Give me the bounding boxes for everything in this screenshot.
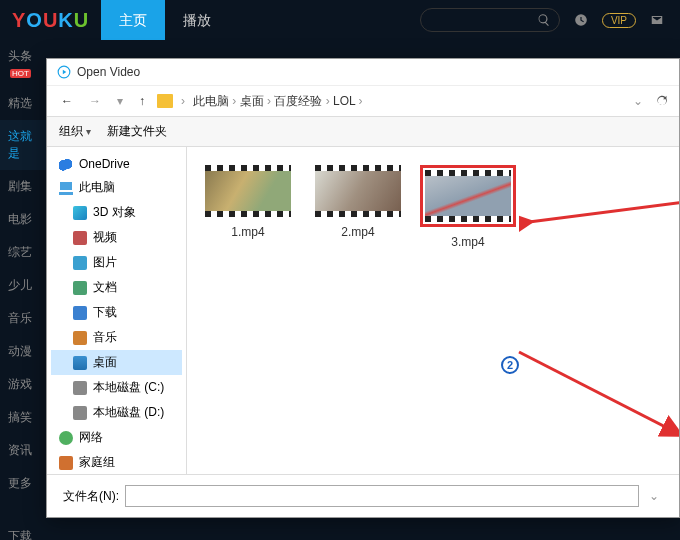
youku-nav-item[interactable]: 资讯 (0, 434, 46, 467)
video-thumbnail (315, 165, 401, 217)
file-name: 3.mp4 (451, 235, 484, 249)
tree-item-label: 此电脑 (79, 179, 115, 196)
vip-badge[interactable]: VIP (602, 13, 636, 28)
file-name: 1.mp4 (231, 225, 264, 239)
youku-nav-item[interactable]: 电影 (0, 203, 46, 236)
tree-item[interactable]: 本地磁盘 (C:) (51, 375, 182, 400)
filename-input[interactable] (125, 485, 639, 507)
tree-item[interactable]: 家庭组 (51, 450, 182, 474)
dialog-title-bar: Open Video (47, 59, 679, 86)
tree-item[interactable]: 视频 (51, 225, 182, 250)
file-pane[interactable]: 1.mp42.mp43.mp4 2 (187, 147, 679, 474)
tree-item[interactable]: 图片 (51, 250, 182, 275)
tree-item[interactable]: 下载 (51, 300, 182, 325)
new-folder-button[interactable]: 新建文件夹 (107, 123, 167, 140)
tree-item[interactable]: 文档 (51, 275, 182, 300)
tree-item-label: 音乐 (93, 329, 117, 346)
file-item[interactable]: 2.mp4 (313, 165, 403, 249)
refresh-icon[interactable] (655, 94, 669, 108)
svg-line-2 (519, 352, 679, 434)
dialog-title: Open Video (77, 65, 140, 79)
youku-nav-item[interactable]: 搞笑 (0, 401, 46, 434)
tree-item-label: 网络 (79, 429, 103, 446)
address-dropdown[interactable]: ⌄ (629, 92, 647, 110)
breadcrumb-segment[interactable]: 桌面 (240, 94, 264, 108)
breadcrumb-segment[interactable]: 此电脑 (193, 94, 229, 108)
annotation-arrow (499, 344, 679, 444)
tree-item-label: 桌面 (93, 354, 117, 371)
tree-item[interactable]: 3D 对象 (51, 200, 182, 225)
youku-nav-item[interactable]: 精选 (0, 87, 46, 120)
history-icon[interactable] (574, 13, 588, 27)
nav-recent[interactable]: ▾ (113, 92, 127, 110)
address-bar: ← → ▾ ↑ › 此电脑 › 桌面 › 百度经验 › LOL › ⌄ (47, 86, 679, 116)
tree-item-label: 下载 (93, 304, 117, 321)
nav-forward: → (85, 92, 105, 110)
tree-item[interactable]: 此电脑 (51, 175, 182, 200)
youku-nav-item[interactable]: 音乐 (0, 302, 46, 335)
video-thumbnail (425, 170, 511, 222)
tree-item-label: 家庭组 (79, 454, 115, 471)
tree-item[interactable]: 网络 (51, 425, 182, 450)
search-input[interactable] (420, 8, 560, 32)
file-name: 2.mp4 (341, 225, 374, 239)
tab-play[interactable]: 播放 (165, 0, 229, 40)
disk-icon (73, 381, 87, 395)
tree-item-label: 文档 (93, 279, 117, 296)
youku-nav-item[interactable]: 少儿 (0, 269, 46, 302)
youku-nav-item[interactable]: 动漫 (0, 335, 46, 368)
tree-item-label: 本地磁盘 (D:) (93, 404, 164, 421)
tree-item[interactable]: OneDrive (51, 153, 182, 175)
youku-nav-item[interactable]: 下载 (0, 520, 46, 540)
chevron-right-icon: › (229, 94, 240, 108)
pic-icon (73, 256, 87, 270)
cloud-icon (59, 157, 73, 171)
filename-dropdown[interactable]: ⌄ (645, 487, 663, 505)
search-icon (537, 13, 551, 27)
tree-item-label: 图片 (93, 254, 117, 271)
play-circle-icon (57, 65, 71, 79)
chevron-right-icon: › (355, 94, 362, 108)
chevron-right-icon: › (322, 94, 333, 108)
open-video-dialog: Open Video ← → ▾ ↑ › 此电脑 › 桌面 › 百度经验 › L… (46, 58, 680, 518)
music-icon (73, 331, 87, 345)
hot-badge: HOT (10, 69, 31, 78)
youku-logo: YOUKU (0, 9, 101, 32)
tree-item-label: 本地磁盘 (C:) (93, 379, 164, 396)
tree-item[interactable]: 桌面 (51, 350, 182, 375)
dialog-footer: 文件名(N): ⌄ (47, 474, 679, 517)
file-item[interactable]: 1.mp4 (203, 165, 293, 249)
tree-item[interactable]: 本地磁盘 (D:) (51, 400, 182, 425)
tree-item[interactable]: 音乐 (51, 325, 182, 350)
youku-nav-item[interactable]: 综艺 (0, 236, 46, 269)
tree-item-label: 3D 对象 (93, 204, 136, 221)
breadcrumb-segment[interactable]: LOL (333, 94, 355, 108)
file-item[interactable]: 3.mp4 (423, 165, 513, 249)
doc-icon (73, 281, 87, 295)
youku-nav-item[interactable]: 更多 (0, 467, 46, 500)
breadcrumb-segment[interactable]: 百度经验 (274, 94, 322, 108)
youku-nav-item[interactable]: 这就是 (0, 120, 46, 170)
folder-icon (157, 94, 173, 108)
chevron-right-icon: › (264, 94, 275, 108)
desk-icon (73, 356, 87, 370)
selection-highlight (420, 165, 516, 227)
organize-menu[interactable]: 组织 (59, 123, 91, 140)
nav-up[interactable]: ↑ (135, 92, 149, 110)
chevron-right-icon: › (181, 94, 185, 108)
dialog-toolbar: 组织 新建文件夹 (47, 116, 679, 147)
youku-nav-item[interactable]: 剧集 (0, 170, 46, 203)
youku-nav-item[interactable]: 游戏 (0, 368, 46, 401)
youku-top-bar: YOUKU 主页 播放 VIP (0, 0, 680, 40)
annotation-step-number: 2 (501, 356, 519, 374)
home-icon (59, 456, 73, 470)
folder-tree: OneDrive此电脑3D 对象视频图片文档下载音乐桌面本地磁盘 (C:)本地磁… (47, 147, 187, 474)
nav-back[interactable]: ← (57, 92, 77, 110)
tab-home[interactable]: 主页 (101, 0, 165, 40)
net-icon (59, 431, 73, 445)
youku-nav-item[interactable]: 头条HOT (0, 40, 46, 87)
3d-icon (73, 206, 87, 220)
mail-icon[interactable] (650, 13, 664, 27)
youku-side-nav: 头条HOT精选这就是剧集电影综艺少儿音乐动漫游戏搞笑资讯更多下载上传转码 (0, 40, 46, 540)
pc-icon (59, 181, 73, 195)
